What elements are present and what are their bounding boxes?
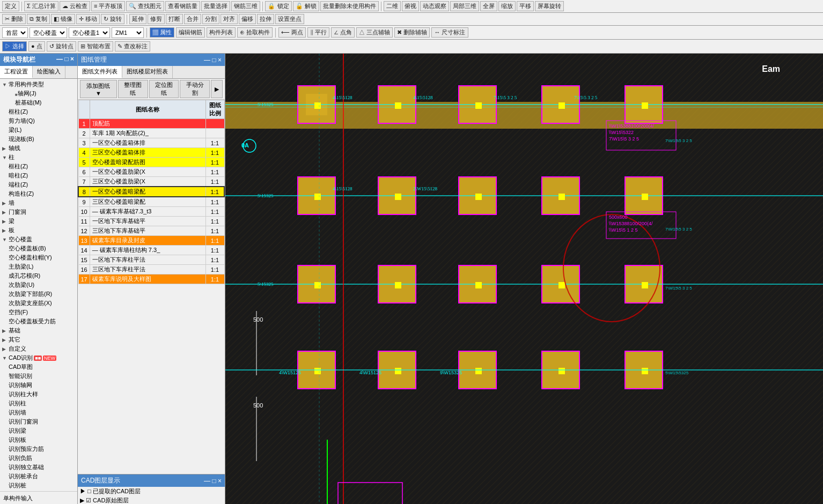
toolbar-point-btn[interactable]: ● 点 <box>28 41 45 51</box>
toolbar-rotate-point-btn[interactable]: ↺ 旋转点 <box>47 41 76 51</box>
toolbar-define-btn[interactable]: 定义 <box>2 1 19 11</box>
toolbar-dynamic-btn[interactable]: 动态观察 <box>420 1 449 11</box>
tree-item-common[interactable]: 常用构件类型 <box>1 80 76 89</box>
sidebar-tab-drawing[interactable]: 绘图输入 <box>33 66 65 78</box>
tree-item-id-prestress[interactable]: 识别预应力筋 <box>8 444 76 454</box>
tree-item-az[interactable]: 暗柱(Z) <box>8 171 76 180</box>
tree-item-hollow[interactable]: 空心楼盖 <box>1 235 76 244</box>
tree-item-slab[interactable]: 现浇板(B) <box>8 135 76 144</box>
toolbar-pick-btn[interactable]: ⊕ 拾取构件 <box>237 27 273 38</box>
tree-item-column[interactable]: 框柱(Z) <box>8 107 76 116</box>
tree-item-pile[interactable]: 桩基础(M) <box>8 98 76 107</box>
toolbar-zoom-btn[interactable]: 缩放 <box>498 1 516 11</box>
tree-item-id-wall[interactable]: 识别墙 <box>8 408 76 417</box>
toolbar-del-aux-btn[interactable]: ✖ 删除辅轴 <box>394 27 430 38</box>
tree-item-beam[interactable]: 梁(L) <box>8 125 76 135</box>
toolbar-break-btn[interactable]: 打断 <box>166 14 183 24</box>
toolbar-split-btn[interactable]: 分割 <box>202 14 219 24</box>
table-row[interactable]: 1 顶配筋 <box>78 119 224 129</box>
tree-item-smart-id[interactable]: 智能识别 <box>8 372 76 381</box>
toolbar-batch-del-btn[interactable]: 批量删除未使用构件 <box>320 1 379 11</box>
table-row[interactable]: 17 碳素车库说明及大样图 1:1 <box>78 275 224 284</box>
toolbar-unlock-btn[interactable]: 🔓 解锁 <box>293 1 319 11</box>
tree-item-cad[interactable]: CAD识别 ■■ NEW <box>1 353 76 362</box>
table-row[interactable]: 4 三区空心楼盖箱体排 1:1 <box>78 148 224 158</box>
tree-item-id-col[interactable]: 识别柱 <box>8 399 76 408</box>
tree-item-hollow-b[interactable]: 空心楼盖板(B) <box>8 244 76 253</box>
toolbar-smart-layout-btn[interactable]: ⊞ 智能布置 <box>78 41 113 51</box>
toolbar-move-btn[interactable]: ✛ 移动 <box>76 14 100 24</box>
toolbar-view-btn[interactable]: 俯视 <box>402 1 419 11</box>
toolbar-rotate-screen-btn[interactable]: 屏幕旋转 <box>535 1 564 11</box>
tree-item-axisline[interactable]: 轴线 <box>1 144 76 153</box>
table-row[interactable]: 7 三区空心楼盖肋梁(X 1:1 <box>78 177 224 187</box>
toolbar-copy-btn[interactable]: ⧉ 复制 <box>27 14 50 24</box>
toolbar-component-list-btn[interactable]: 构件列表 <box>207 27 236 38</box>
tab-floor-map[interactable]: 图纸楼层对照表 <box>122 66 173 78</box>
tree-item-zlm[interactable]: 主肋梁(L) <box>8 262 76 271</box>
table-row[interactable]: 14 — 碳素车库墙柱结构 7.3_ 1:1 <box>78 246 224 255</box>
toolbar-rebar-btn[interactable]: 查看钢筋量 <box>165 1 200 11</box>
toolbar-point-angle-btn[interactable]: ∠ 点角 <box>331 27 355 38</box>
tree-item-gjz[interactable]: 构造柱(Z) <box>8 189 76 198</box>
tree-item-other[interactable]: 其它 <box>1 335 76 344</box>
cad-layer-extracted[interactable]: ▶ □ 已提取的CAD图层 <box>78 487 225 496</box>
table-row[interactable]: 12 三区地下车库基础平 1:1 <box>78 226 224 236</box>
add-drawing-btn[interactable]: 添加图纸 ▼ <box>80 80 117 98</box>
table-row[interactable]: 16 三区地下车库柱平法 1:1 <box>78 265 224 275</box>
tree-item-id-pile[interactable]: 识别桩 <box>8 481 76 490</box>
space-select[interactable]: 空心楼盖 <box>30 27 67 38</box>
table-row[interactable]: 3 一区空心楼盖箱体排 1:1 <box>78 138 224 148</box>
drawing-panel-controls[interactable]: — □ × <box>204 56 222 64</box>
toolbar-mirror-btn[interactable]: ◧ 镜像 <box>51 14 75 24</box>
table-row[interactable]: 10 — 碳素车库基础7.3_t3 1:1 <box>78 207 224 217</box>
tree-item-shearwall[interactable]: 剪力墙(Q) <box>8 116 76 125</box>
tree-item-id-axis[interactable]: 识别轴网 <box>8 381 76 390</box>
toolbar-calc-btn[interactable]: Σ 汇总计算 <box>24 1 58 11</box>
toolbar-find-btn[interactable]: 🔍 查找图元 <box>126 1 164 11</box>
toolbar-stretch-btn[interactable]: 拉伸 <box>257 14 274 24</box>
toolbar-local3d-btn[interactable]: 局部三维 <box>450 1 479 11</box>
table-row[interactable]: 15 一区地下车库柱平法 1:1 <box>78 255 224 265</box>
tree-item-id-coldet[interactable]: 识别柱大样 <box>8 390 76 399</box>
locate-drawing-btn[interactable]: 定位图纸 <box>149 80 179 98</box>
tree-item-id-neg-rebar[interactable]: 识别负筋 <box>8 454 76 463</box>
tree-item-ckxm[interactable]: 成孔芯模(R) <box>8 271 76 280</box>
toolbar-cloud-btn[interactable]: ☁ 云检查 <box>60 1 90 11</box>
tree-item-hollow-y[interactable]: 空心楼盖柱帽(Y) <box>8 253 76 262</box>
table-row[interactable]: 11 一区地下车库基础平 1:1 <box>78 217 224 226</box>
toolbar-2d-btn[interactable]: 二维 <box>384 1 401 11</box>
toolbar-pan-btn[interactable]: 平移 <box>517 1 534 11</box>
toolbar-parallel-btn[interactable]: ∥ 平行 <box>307 27 329 38</box>
table-row[interactable]: 13 碳素车库目录及封皮 1:1 <box>78 236 224 246</box>
tree-item-axis[interactable]: 轴网(J) <box>8 89 76 98</box>
tree-item-foundation[interactable]: 基础 <box>1 326 76 335</box>
toolbar-lock-btn[interactable]: 🔒 锁定 <box>265 1 291 11</box>
tree-item-dz[interactable]: 端柱(Z) <box>8 180 76 189</box>
table-row[interactable]: 9 三区空心楼盖暗梁配 1:1 <box>78 197 224 207</box>
tab-file-list[interactable]: 图纸文件列表 <box>78 66 122 78</box>
toolbar-3d-btn[interactable]: 钢筋三维 <box>231 1 260 11</box>
toolbar-select-btn[interactable]: ▷ 选择 <box>2 41 27 51</box>
floor-select[interactable]: 首层 <box>2 27 28 38</box>
tree-item-col[interactable]: 柱 <box>1 153 76 162</box>
tree-item-id-door[interactable]: 识别门窗洞 <box>8 417 76 426</box>
manual-split-btn[interactable]: 手动分割 <box>180 80 210 98</box>
tree-item-id-beam[interactable]: 识别梁 <box>8 426 76 435</box>
toolbar-trim-btn[interactable]: 修剪 <box>148 14 165 24</box>
more-btn[interactable]: ▶ <box>211 80 223 98</box>
tree-item-kz[interactable]: 框柱(Z) <box>8 162 76 171</box>
toolbar-fullscreen-btn[interactable]: 全屏 <box>480 1 497 11</box>
tree-item-custom[interactable]: 自定义 <box>1 344 76 353</box>
tree-item-clm-x[interactable]: 次肋梁支座筋(X) <box>8 299 76 308</box>
single-component-btn[interactable]: 单构件输入 <box>2 494 75 503</box>
tree-item-cad-draft[interactable]: CAD草图 <box>8 362 76 372</box>
toolbar-merge-btn[interactable]: 合并 <box>184 14 201 24</box>
toolbar-offset-btn[interactable]: 偏移 <box>239 14 256 24</box>
tree-item-space[interactable]: 空挡(F) <box>8 308 76 317</box>
toolbar-three-point-btn[interactable]: △ 三点辅轴 <box>356 27 393 38</box>
toolbar-align-btn[interactable]: 对齐 <box>221 14 238 24</box>
table-row[interactable]: 8 一区空心楼盖暗梁配 1:1 <box>78 187 224 197</box>
toolbar-dimension-btn[interactable]: ↔ 尺寸标注 <box>431 27 468 38</box>
toolbar-property-btn[interactable]: ▦ 属性 <box>150 27 174 38</box>
